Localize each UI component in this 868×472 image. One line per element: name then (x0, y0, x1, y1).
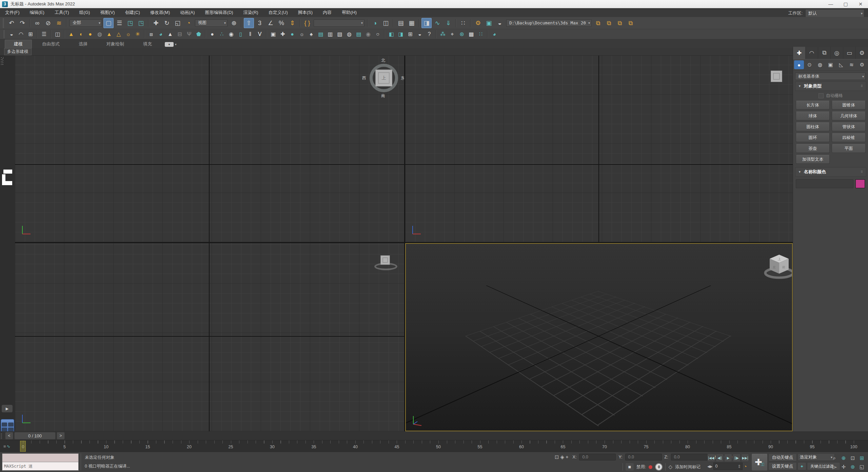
time-slider-value[interactable]: 0 / 100 (14, 432, 56, 439)
cat-lights[interactable]: ◍ (815, 60, 825, 69)
align-pyramids-tool[interactable]: ⁂ (438, 30, 447, 39)
track-bar[interactable]: ≡∿ 0510152025303540455055606570758085909… (0, 440, 868, 452)
select-object-button[interactable]: ▢ (103, 18, 114, 28)
vray-logo-button[interactable]: V (255, 30, 264, 39)
isolate-selection-toggle[interactable]: ⊡ (555, 454, 559, 460)
rectangular-selection-region-button[interactable]: ◳ (125, 18, 135, 28)
toolbar-grip[interactable] (3, 30, 5, 38)
edit-named-selection-sets-button[interactable]: { } (302, 18, 312, 28)
zoom-extents-button[interactable]: ⊡ (848, 454, 857, 462)
camera-add-tool[interactable]: ✚ (278, 30, 287, 39)
rendered-frame-window-button[interactable]: ▣ (484, 18, 494, 28)
fire-ring-tool[interactable]: ◍ (345, 30, 354, 39)
quad-panel-tool[interactable]: ⊞ (406, 30, 415, 39)
spinner-snap-toggle[interactable]: ⇕ (287, 18, 297, 28)
cat-helpers[interactable]: ◺ (836, 60, 846, 69)
zoom-button[interactable]: ⌕ (830, 454, 839, 462)
snaps-toggle-3d[interactable]: 3 (255, 18, 265, 28)
ribbon-tab-1[interactable]: 自由形式 (33, 40, 68, 48)
doc-tree-tool[interactable]: ▧ (335, 30, 344, 39)
device-tool[interactable]: ▯ (236, 30, 245, 39)
menu-item-9[interactable]: 渲染(R) (238, 8, 263, 17)
target-light-tool[interactable]: ▲ (67, 30, 76, 39)
z-coordinate-field[interactable]: 0.0 (671, 454, 708, 460)
teal-spheres-tool[interactable]: ∴ (217, 30, 226, 39)
object-button-9[interactable]: 平面 (832, 144, 866, 153)
select-and-rotate-button[interactable]: ↻ (162, 18, 172, 28)
object-button-1[interactable]: 圆锥体 (832, 101, 866, 110)
sun-light-tool[interactable]: ☼ (124, 30, 133, 39)
tree-tool[interactable]: ♠ (307, 30, 316, 39)
object-button-0[interactable]: 长方体 (796, 101, 830, 110)
object-button-4[interactable]: 圆柱体 (796, 122, 830, 131)
open-mini-curve-editor-button[interactable]: ≡∿ (3, 442, 15, 451)
menu-item-8[interactable]: 图形编辑器(D) (200, 8, 238, 17)
object-button-7[interactable]: 四棱锥 (832, 133, 866, 142)
toggle-ribbon-button[interactable]: ◨ (421, 18, 432, 28)
cat-cameras[interactable]: ▣ (826, 60, 835, 69)
select-and-place-button[interactable]: ◔ (183, 18, 194, 28)
cat-systems[interactable]: ⚙ (857, 60, 867, 69)
checker-brush-tool[interactable]: ▩ (467, 30, 476, 39)
reference-coordinate-system-dropdown[interactable]: 视图▾ (195, 19, 228, 27)
teapot-outline-tool[interactable]: ◒ (415, 30, 424, 39)
viewcube-face-top[interactable]: 上 (375, 70, 392, 86)
named-selection-sets-dropdown[interactable]: ▾ (314, 19, 364, 27)
redo-button[interactable]: ↷ (17, 18, 27, 28)
project-scroll-open-button[interactable]: ⧉ (604, 18, 614, 28)
toolbar-grip[interactable] (3, 18, 4, 28)
previous-frame-arrow[interactable]: < (5, 432, 13, 439)
orbit-x-tool[interactable]: ⊛ (457, 30, 466, 39)
teapot-tool[interactable]: ◒ (7, 30, 16, 39)
tab-create[interactable]: ✚ (793, 47, 806, 59)
next-frame-button[interactable]: ||▶ (733, 454, 741, 462)
maximize-viewport-toggle[interactable]: ◱ (857, 463, 866, 471)
compass-north[interactable]: 北 (381, 58, 385, 63)
viewcube-mini[interactable] (373, 253, 399, 272)
cat-geometry[interactable]: ● (794, 60, 804, 69)
align-button[interactable]: ◫ (381, 18, 391, 28)
angle-snap-toggle[interactable]: ∠ (265, 18, 276, 28)
viewcube-3d[interactable]: 上 左 前 (764, 252, 793, 281)
help-button[interactable]: ? (425, 30, 434, 39)
list-views-tool[interactable]: ☰ (40, 30, 48, 39)
ribbon-tab-2[interactable]: 选择 (70, 40, 96, 48)
audio-meter-tool[interactable]: ‖ (246, 30, 255, 39)
current-frame-field[interactable]: 0⇕ (713, 463, 743, 470)
select-and-move-button[interactable]: ✚ (151, 18, 161, 28)
use-pivot-point-center-button[interactable]: ⊕ (229, 18, 239, 28)
dots-grid-tool[interactable]: ∷ (476, 30, 485, 39)
project-scroll-links-button[interactable]: ⧉ (626, 18, 636, 28)
menu-item-0[interactable]: 文件(F) (0, 8, 25, 17)
previous-frame-button[interactable]: ◀|| (716, 454, 724, 462)
select-by-name-button[interactable]: ☰ (114, 18, 124, 28)
doc-stack-tool[interactable]: ▤ (354, 30, 363, 39)
menu-item-5[interactable]: 创建(C) (120, 8, 145, 17)
close-button[interactable]: ✕ (853, 0, 868, 8)
cat-shapes[interactable]: ⊙ (805, 60, 814, 69)
project-folder-dropdown[interactable]: D:\Backup\Documents\3ds Max 2022▾ (506, 19, 592, 27)
unlink-selection-button[interactable]: ⊘ (43, 18, 53, 28)
render-setup-button[interactable]: ⚙ (473, 18, 483, 28)
camera-pair-tool[interactable]: ◫ (53, 30, 62, 39)
time-slider-thumb[interactable] (20, 441, 26, 452)
doc-list-tool[interactable]: ▥ (326, 30, 335, 39)
cube-3d-tool[interactable]: ⧈ (147, 30, 156, 39)
mirror-button[interactable]: ◑ (370, 18, 380, 28)
selection-lock-toggle[interactable]: ◈ (560, 454, 565, 460)
schematic-view-button[interactable]: ⇓ (443, 18, 453, 28)
key-mode-toggle[interactable]: ◀▶ (707, 465, 712, 468)
timeline-grip[interactable] (1, 433, 2, 439)
ribbon-overflow-dropdown[interactable]: ▼▾ (165, 42, 177, 47)
menu-item-7[interactable]: 动画(A) (175, 8, 200, 17)
shaded-sphere-tool[interactable]: ◕ (156, 30, 165, 39)
free-light-tool[interactable]: △ (114, 30, 123, 39)
viewport-left[interactable] (15, 243, 404, 431)
orbit-viewport-button[interactable]: ⊛ (848, 463, 857, 471)
minimize-button[interactable]: — (823, 0, 838, 8)
maxscript-pink-field[interactable] (2, 454, 78, 462)
selection-set-dropdown[interactable]: 选定对象▾ (797, 453, 835, 461)
menu-item-2[interactable]: 工具(T) (50, 8, 74, 17)
menu-item-10[interactable]: 自定义(U) (263, 8, 293, 17)
warning-count-badge[interactable]: 0 (655, 463, 663, 471)
